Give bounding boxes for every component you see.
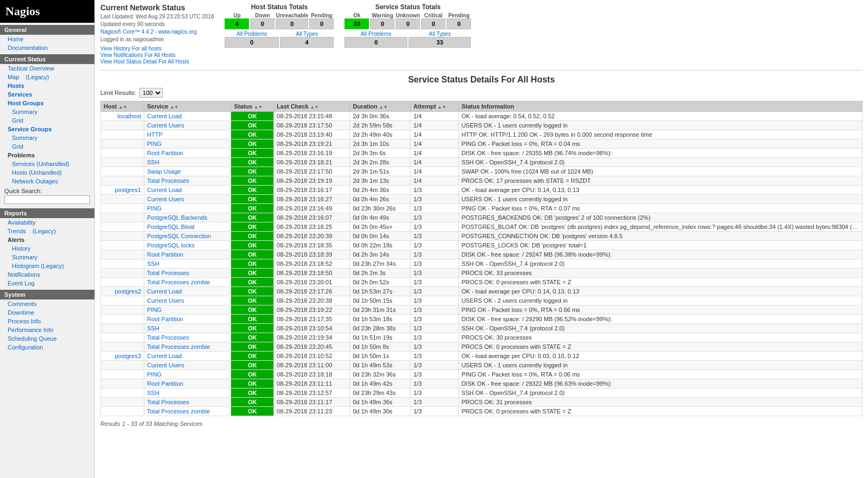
service-cell[interactable]: PostgreSQL Bloat xyxy=(144,222,231,232)
service-cell[interactable]: Current Load xyxy=(144,352,231,361)
sidebar-item-service-groups-grid[interactable]: Grid xyxy=(0,142,94,151)
limit-select[interactable]: 100 50 25 All xyxy=(139,88,163,98)
nagios-version-link[interactable]: Nagios® Core™ 4.4.2 - www.nagios.org xyxy=(100,29,196,35)
service-cell[interactable]: SSH xyxy=(144,388,231,398)
view-host-status-link[interactable]: View Host Status Detail For All Hosts xyxy=(100,59,214,65)
sidebar-item-hosts-unhandled[interactable]: Hosts (Unhandled) xyxy=(0,168,94,177)
sidebar-item-trends[interactable]: Trends (Legacy) xyxy=(0,227,94,235)
service-cell[interactable]: PING xyxy=(144,139,231,149)
host-up-value[interactable]: 4 xyxy=(225,18,249,29)
sidebar-item-alerts-history[interactable]: History xyxy=(0,244,94,253)
attempt-cell: 1/3 xyxy=(411,315,459,324)
sidebar-item-services-unhandled[interactable]: Services (Unhandled) xyxy=(0,160,94,168)
sidebar-item-map[interactable]: Map (Legacy) xyxy=(0,73,94,81)
sidebar-item-home[interactable]: Home xyxy=(0,35,94,43)
col-host[interactable]: Host ▲▼ xyxy=(101,101,144,112)
sidebar-item-alerts-summary[interactable]: Summary xyxy=(0,253,94,262)
last-check-cell: 08-29-2018 23:16:27 xyxy=(274,195,350,204)
sidebar-item-configuration[interactable]: Configuration xyxy=(0,343,94,352)
service-cell[interactable]: PostgreSQL Connection xyxy=(144,232,231,241)
host-unreachable-value[interactable]: 0 xyxy=(276,18,308,29)
host-status-totals: Host Status Totals Up 4 Down 0 Unreachab… xyxy=(225,3,334,48)
sidebar-item-availability[interactable]: Availability xyxy=(0,218,94,227)
service-cell[interactable]: Total Processes zombie xyxy=(144,407,231,416)
service-cell[interactable]: SSH xyxy=(144,324,231,333)
host-pending-value[interactable]: 0 xyxy=(309,18,334,29)
service-cell[interactable]: Current Users xyxy=(144,121,231,130)
service-cell[interactable]: PostgreSQL locks xyxy=(144,241,231,250)
sidebar-item-performance-info[interactable]: Performance Info xyxy=(0,326,94,334)
svc-critical-value[interactable]: 0 xyxy=(421,18,445,29)
host-cell[interactable]: postgres1 xyxy=(101,186,144,195)
sidebar-item-host-groups[interactable]: Host Groups xyxy=(0,99,94,107)
service-cell[interactable]: PING xyxy=(144,370,231,379)
service-cell[interactable]: Total Processes xyxy=(144,269,231,278)
sidebar-item-hosts[interactable]: Hosts xyxy=(0,81,94,90)
service-cell[interactable]: Total Processes zombie xyxy=(144,342,231,352)
service-cell[interactable]: Current Load xyxy=(144,287,231,296)
service-cell[interactable]: Current Users xyxy=(144,195,231,204)
col-last-check[interactable]: Last Check ▲▼ xyxy=(274,101,350,112)
info-cell: SSH OK - OpenSSH_7.4 (protocol 2.0) xyxy=(458,259,862,269)
service-cell[interactable]: Root Partition xyxy=(144,315,231,324)
service-cell[interactable]: Total Processes zombie xyxy=(144,278,231,287)
sidebar-item-downtime[interactable]: Downtime xyxy=(0,308,94,317)
col-status[interactable]: Status ▲▼ xyxy=(231,101,274,112)
svc-unknown-value[interactable]: 0 xyxy=(395,18,420,29)
sidebar-item-services[interactable]: Services xyxy=(0,90,94,99)
col-duration[interactable]: Duration ▲▼ xyxy=(350,101,411,112)
quick-search-input[interactable] xyxy=(4,195,90,204)
service-cell[interactable]: Total Processes xyxy=(144,176,231,186)
host-all-types-value[interactable]: 4 xyxy=(280,37,334,48)
host-cell xyxy=(101,342,144,352)
host-all-problems-value[interactable]: 0 xyxy=(225,37,279,48)
host-cell[interactable]: postgres2 xyxy=(101,287,144,296)
sidebar-item-documentation[interactable]: Documentation xyxy=(0,43,94,52)
view-notifications-link[interactable]: View Notifications For All Hosts xyxy=(100,52,214,58)
sidebar-item-network-outages[interactable]: Network Outages xyxy=(0,177,94,186)
host-cell[interactable]: postgres3 xyxy=(101,352,144,361)
svc-all-problems-label[interactable]: All Problems xyxy=(344,31,407,37)
sidebar-item-tactical-overview[interactable]: Tactical Overview xyxy=(0,64,94,73)
service-cell[interactable]: Current Users xyxy=(144,296,231,305)
host-cell[interactable]: localhost xyxy=(101,112,144,121)
host-down-value[interactable]: 0 xyxy=(250,18,275,29)
service-cell[interactable]: Total Processes xyxy=(144,398,231,407)
service-cell[interactable]: Current Load xyxy=(144,112,231,121)
service-cell[interactable]: Total Processes xyxy=(144,333,231,342)
svc-all-types-value[interactable]: 33 xyxy=(409,37,471,48)
service-cell[interactable]: HTTP xyxy=(144,130,231,139)
service-cell[interactable]: PostgreSQL Backends xyxy=(144,213,231,222)
col-service[interactable]: Service ▲▼ xyxy=(144,101,231,112)
service-cell[interactable]: SSH xyxy=(144,259,231,269)
sidebar-item-alerts-histogram[interactable]: Histogram (Legacy) xyxy=(0,262,94,270)
host-all-problems-label[interactable]: All Problems xyxy=(225,31,279,37)
service-cell[interactable]: Current Load xyxy=(144,186,231,195)
svc-pending-value[interactable]: 0 xyxy=(446,18,471,29)
host-all-types-label[interactable]: All Types xyxy=(280,31,334,37)
sidebar-item-host-groups-grid[interactable]: Grid xyxy=(0,116,94,125)
service-cell[interactable]: Root Partition xyxy=(144,149,231,158)
svc-all-types-label[interactable]: All Types xyxy=(409,31,471,37)
info-cell: PROCS OK: 17 processes with STATE = RSZD… xyxy=(458,176,862,186)
sidebar-item-host-groups-summary[interactable]: Summary xyxy=(0,107,94,116)
view-history-link[interactable]: View History For all hosts xyxy=(100,46,214,52)
service-cell[interactable]: PING xyxy=(144,305,231,315)
sidebar-item-process-info[interactable]: Process Info xyxy=(0,317,94,326)
sidebar-item-scheduling-queue[interactable]: Scheduling Queue xyxy=(0,334,94,343)
sidebar-item-comments[interactable]: Comments xyxy=(0,299,94,308)
service-cell[interactable]: Root Partition xyxy=(144,379,231,388)
service-cell[interactable]: Root Partition xyxy=(144,250,231,259)
svc-ok-value[interactable]: 33 xyxy=(344,18,369,29)
service-cell[interactable]: Current Users xyxy=(144,361,231,370)
sidebar-item-notifications[interactable]: Notifications xyxy=(0,270,94,279)
sidebar-item-event-log[interactable]: Event Log xyxy=(0,279,94,288)
svc-all-problems-value[interactable]: 0 xyxy=(344,37,407,48)
service-cell[interactable]: SSH xyxy=(144,158,231,167)
sidebar-item-service-groups-summary[interactable]: Summary xyxy=(0,133,94,142)
service-cell[interactable]: PING xyxy=(144,204,231,213)
service-cell[interactable]: Swap Usage xyxy=(144,167,231,176)
sidebar-item-service-groups[interactable]: Service Groups xyxy=(0,125,94,133)
col-attempt[interactable]: Attempt ▲▼ xyxy=(411,101,459,112)
svc-warning-value[interactable]: 0 xyxy=(370,18,394,29)
